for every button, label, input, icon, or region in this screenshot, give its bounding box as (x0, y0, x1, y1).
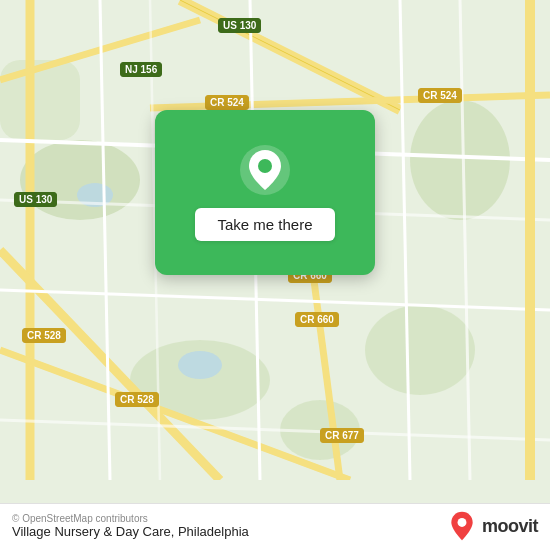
svg-point-1 (20, 140, 140, 220)
moovit-text: moovit (482, 516, 538, 537)
svg-point-4 (365, 305, 475, 395)
take-me-there-button[interactable]: Take me there (195, 208, 334, 241)
map-container: US 130NJ 156CR 524CR 524US 130CR 660CR 5… (0, 0, 550, 550)
location-info: © OpenStreetMap contributors Village Nur… (12, 513, 249, 539)
location-label: Village Nursery & Day Care, Philadelphia (12, 524, 249, 539)
svg-point-28 (258, 159, 272, 173)
bottom-bar: © OpenStreetMap contributors Village Nur… (0, 503, 550, 550)
moovit-logo: moovit (448, 510, 538, 542)
moovit-pin-icon (448, 510, 476, 542)
svg-rect-5 (0, 60, 80, 140)
location-pin-icon (239, 144, 291, 196)
destination-card: Take me there (155, 110, 375, 275)
svg-point-8 (178, 351, 222, 379)
svg-point-29 (458, 518, 467, 527)
osm-credit: © OpenStreetMap contributors (12, 513, 249, 524)
